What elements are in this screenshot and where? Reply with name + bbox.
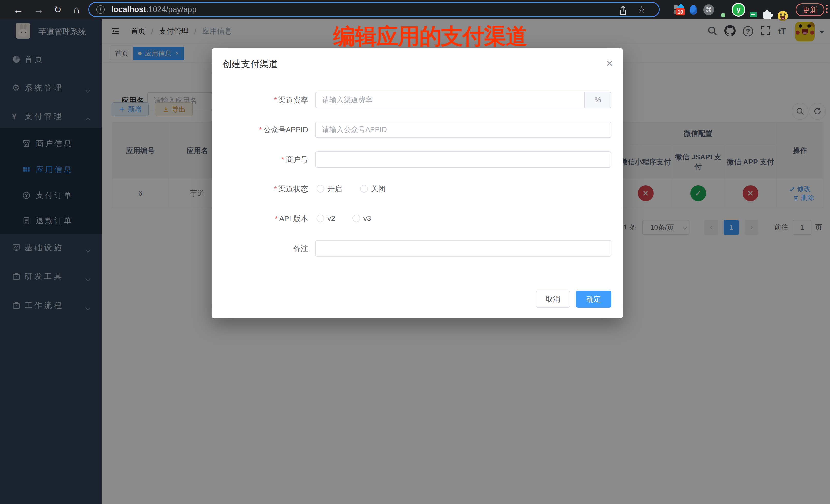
address-bar[interactable]: i localhost:1024/pay/app ☆ bbox=[89, 2, 660, 17]
url-text[interactable]: localhost:1024/pay/app bbox=[111, 3, 197, 17]
api-version-label: *API 版本 bbox=[212, 211, 308, 227]
rate-label-text: 渠道费率 bbox=[278, 96, 308, 104]
browser-back-icon[interactable]: ← bbox=[13, 5, 23, 14]
browser-toolbar: ← → ↻ ⌂ i localhost:1024/pay/app ☆ 10 ⌘ … bbox=[0, 0, 830, 19]
status-label-text: 渠道状态 bbox=[278, 185, 308, 193]
bookmark-star-icon[interactable]: ☆ bbox=[638, 3, 645, 16]
share-icon[interactable] bbox=[619, 6, 628, 17]
mch-input[interactable] bbox=[315, 151, 611, 168]
rate-label: *渠道费率 bbox=[212, 92, 308, 108]
api-v2-label[interactable]: v2 bbox=[327, 214, 335, 222]
extension-command-icon[interactable]: ⌘ bbox=[703, 4, 714, 15]
required-mark: * bbox=[282, 155, 284, 163]
dialog-title: 创建支付渠道 bbox=[223, 58, 278, 70]
confirm-button[interactable]: 确定 bbox=[576, 291, 611, 308]
rate-input[interactable] bbox=[315, 92, 585, 108]
status-on-label[interactable]: 开启 bbox=[327, 185, 342, 193]
status-off-radio[interactable] bbox=[360, 185, 368, 192]
screen: ← → ↻ ⌂ i localhost:1024/pay/app ☆ 10 ⌘ … bbox=[0, 0, 830, 504]
browser-reload-icon[interactable]: ↻ bbox=[54, 5, 62, 14]
required-mark: * bbox=[274, 96, 277, 104]
browser-home-icon[interactable]: ⌂ bbox=[73, 5, 79, 15]
site-info-icon[interactable]: i bbox=[96, 5, 104, 13]
cancel-button[interactable]: 取消 bbox=[536, 291, 570, 308]
mch-label-text: 商户号 bbox=[286, 155, 308, 163]
url-path: :1024/pay/app bbox=[146, 5, 197, 14]
browser-update-button[interactable]: 更新 bbox=[796, 3, 824, 16]
required-mark: * bbox=[259, 126, 262, 134]
status-label: *渠道状态 bbox=[212, 181, 308, 197]
required-mark: * bbox=[275, 215, 278, 223]
appid-label: *公众号APPID bbox=[212, 122, 308, 138]
remark-input[interactable] bbox=[315, 240, 611, 257]
extension-y-icon[interactable]: y bbox=[733, 4, 744, 15]
extension-tag-manager-icon[interactable]: 10 bbox=[674, 4, 685, 15]
extension-badge: 10 bbox=[676, 8, 685, 15]
remark-label-text: 备注 bbox=[293, 244, 308, 253]
api-v3-label[interactable]: v3 bbox=[363, 214, 371, 222]
browser-forward-icon[interactable]: → bbox=[34, 5, 43, 14]
create-channel-dialog: 创建支付渠道 ✕ *渠道费率 % *公众号APPID *商户号 *渠道状态 开启… bbox=[212, 48, 623, 318]
status-off-label[interactable]: 关闭 bbox=[371, 185, 386, 193]
appid-input[interactable] bbox=[315, 122, 611, 138]
browser-menu-icon[interactable] bbox=[826, 5, 828, 14]
api-v3-radio[interactable] bbox=[352, 215, 360, 222]
appid-label-text: 公众号APPID bbox=[263, 126, 308, 134]
rate-percent-suffix: % bbox=[585, 92, 611, 108]
url-host: localhost bbox=[111, 5, 146, 14]
api-version-label-text: API 版本 bbox=[279, 215, 308, 223]
extension-balloon-icon[interactable] bbox=[690, 5, 697, 14]
annotation-text: 编辑应用的支付渠道 bbox=[333, 22, 527, 52]
required-mark: * bbox=[274, 185, 277, 193]
remark-label: 备注 bbox=[212, 240, 308, 257]
status-on-radio[interactable] bbox=[317, 185, 324, 192]
dialog-close-icon[interactable]: ✕ bbox=[606, 59, 613, 68]
api-v2-radio[interactable] bbox=[317, 215, 324, 222]
mch-label: *商户号 bbox=[212, 151, 308, 168]
